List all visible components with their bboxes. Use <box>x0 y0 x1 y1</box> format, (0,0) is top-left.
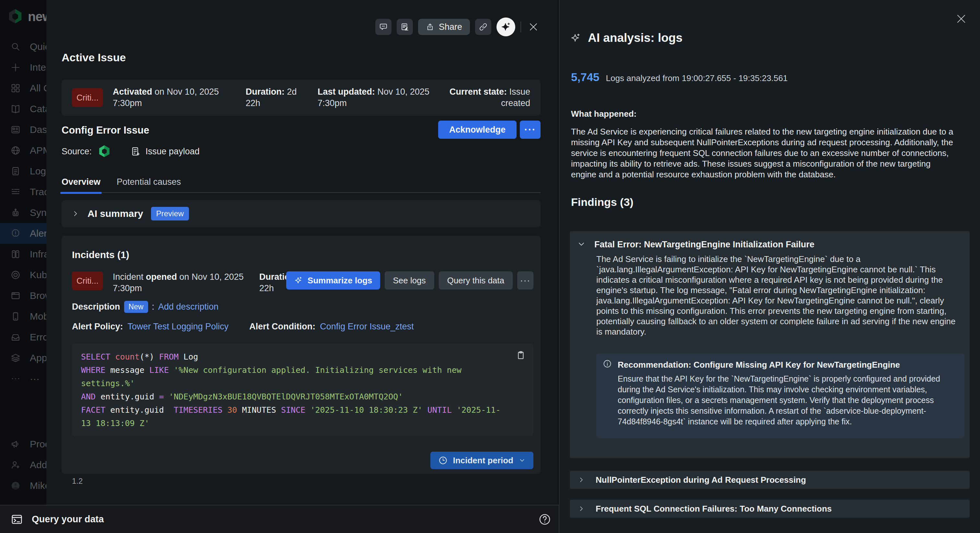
incidents-card: Incidents (1) Criti... Incident opened o… <box>62 236 541 474</box>
issue-more-button[interactable]: ··· <box>520 121 541 139</box>
code-line: WHERE message LIKE '%New configuration a… <box>81 364 524 377</box>
summarize-logs-label: Summarize logs <box>307 276 372 286</box>
query-this-data-button[interactable]: Query this data <box>439 271 513 289</box>
ai-sparkle-icon <box>570 33 581 43</box>
incident-opened-meta: Incident opened on Nov 10, 2025 7:30pm <box>113 271 255 294</box>
finding-title: Frequent SQL Connection Failures: Too Ma… <box>596 504 832 514</box>
clipboard-icon <box>516 350 526 360</box>
activated-meta: Activated on Nov 10, 2025 7:30pm <box>113 86 220 109</box>
acknowledge-button[interactable]: Acknowledge <box>438 121 517 139</box>
summarize-logs-button[interactable]: Summarize logs <box>286 271 380 289</box>
share-icon <box>426 23 434 31</box>
code-line: 13 18:13:09 Z' <box>81 417 524 430</box>
incidents-heading: Incidents (1) <box>72 249 129 260</box>
alert-policy-label: Alert Policy: <box>72 322 123 332</box>
help-icon[interactable] <box>538 513 551 526</box>
findings-heading: Findings (3) <box>571 196 633 209</box>
nrql-query-block: SELECT count(*) FROM LogWHERE message LI… <box>72 344 533 436</box>
payload-document-icon <box>130 146 141 156</box>
severity-badge: Criti... <box>72 88 103 107</box>
issue-payload-button[interactable]: Issue payload <box>130 146 200 156</box>
finding-collapsed[interactable]: NullPointerException during Ad Request P… <box>570 471 970 489</box>
incident-meta-row: Criti... Incident opened on Nov 10, 2025… <box>72 271 314 294</box>
recommendation-box: Recommendation: Configure Missing API Ke… <box>596 353 964 438</box>
incident-period-button[interactable]: Incident period <box>430 452 533 469</box>
what-happened-text: The Ad Service is experiencing critical … <box>571 126 955 180</box>
modal-close-button[interactable] <box>526 20 541 34</box>
finding-title: Fatal Error: NewTargetingEngine Initiali… <box>594 239 815 250</box>
description-row: Description New : Add description <box>72 301 218 313</box>
see-logs-button[interactable]: See logs <box>385 271 434 289</box>
nrql-query-code: SELECT count(*) FROM LogWHERE message LI… <box>81 350 524 430</box>
chevron-right-icon[interactable] <box>578 476 585 484</box>
finding-body: The Ad Service is failing to initialize … <box>596 254 961 337</box>
severity-badge: Criti... <box>72 271 103 290</box>
source-new-relic-icon <box>98 145 110 158</box>
chevron-down-icon <box>519 457 526 464</box>
recommendation-title: Recommendation: Configure Missing API Ke… <box>618 360 900 370</box>
ai-summary-title: AI summary <box>88 208 143 219</box>
source-row: Source: Issue payload <box>62 145 200 158</box>
clock-icon <box>438 455 448 465</box>
modal-toolbar: Share <box>375 18 541 36</box>
recommendation-body: Ensure that the API Key for the `NewTarg… <box>618 373 951 427</box>
current-state-meta: Current state: Issue created <box>446 86 530 109</box>
code-line: FACET entity.guid TIMESERIES 30 MINUTES … <box>81 403 524 417</box>
info-icon <box>603 359 612 368</box>
chevron-down-icon[interactable] <box>577 239 586 249</box>
link-icon <box>479 22 488 32</box>
note-edit-icon <box>400 22 409 32</box>
incident-more-button[interactable]: ··· <box>517 271 533 289</box>
ai-analysis-panel: AI analysis: logs 5,745 Logs analyzed fr… <box>559 0 980 533</box>
ai-sparkle-icon <box>501 22 511 32</box>
description-label: Description <box>72 302 120 312</box>
issue-actions: Acknowledge ··· <box>438 121 541 139</box>
panel-header: AI analysis: logs <box>570 31 682 45</box>
issue-summary-card: Criti... Activated on Nov 10, 2025 7:30p… <box>62 80 541 116</box>
copy-link-button[interactable] <box>475 19 491 35</box>
logs-count: 5,745 <box>571 71 600 84</box>
panel-title: AI analysis: logs <box>588 31 682 45</box>
code-line: settings.%' <box>81 377 524 390</box>
last-updated-meta: Last updated: Nov 10, 2025 7:30pm <box>318 86 438 109</box>
issue-title: Config Error Issue <box>62 124 149 136</box>
copy-query-button[interactable] <box>516 350 526 360</box>
finding-expanded: Fatal Error: NewTargetingEngine Initiali… <box>570 231 970 458</box>
share-button[interactable]: Share <box>418 19 470 35</box>
comment-button[interactable] <box>375 19 391 35</box>
logs-analyzed-range: Logs analyzed from 19:00:27.655 - 19:35:… <box>606 73 788 83</box>
code-line: AND entity.guid = 'NDEyMDgzN3xBUE18QVBQT… <box>81 390 524 403</box>
preview-badge: Preview <box>151 207 189 220</box>
ai-summary-card[interactable]: AI summary Preview <box>62 200 541 227</box>
alert-meta-row: Alert Policy: Tower Test Logging Policy … <box>72 322 414 332</box>
comment-icon <box>379 22 388 32</box>
query-your-data-label: Query your data <box>32 514 104 525</box>
finding-title: NullPointerException during Ad Request P… <box>596 475 806 485</box>
share-label: Share <box>439 22 462 32</box>
chevron-right-icon[interactable] <box>578 505 585 512</box>
close-icon <box>955 13 967 25</box>
toolbar-divider <box>520 21 521 32</box>
panel-close-button[interactable] <box>954 12 968 26</box>
version-label: 1.2 <box>72 477 83 486</box>
alert-policy-link[interactable]: Tower Test Logging Policy <box>128 322 229 332</box>
issue-payload-label: Issue payload <box>145 147 200 156</box>
terminal-icon <box>10 513 23 526</box>
incident-period-label: Incident period <box>453 455 513 466</box>
alert-condition-link[interactable]: Config Error Issue_ztest <box>320 322 414 332</box>
finding-collapsed[interactable]: Frequent SQL Connection Failures: Too Ma… <box>570 499 970 518</box>
tab-bar: Overview Potential causes <box>62 177 541 193</box>
chevron-right-icon[interactable] <box>71 209 80 218</box>
notes-button[interactable] <box>397 19 413 35</box>
tab-overview[interactable]: Overview <box>62 177 100 187</box>
page-title: Active Issue <box>62 51 126 64</box>
add-description-link[interactable]: Add description <box>158 302 218 312</box>
tab-potential-causes[interactable]: Potential causes <box>117 177 181 187</box>
colon: : <box>152 302 154 312</box>
duration-meta: Duration: 2d 22h <box>246 86 298 109</box>
incident-actions: Summarize logs See logs Query this data … <box>286 271 533 289</box>
alert-condition-label: Alert Condition: <box>249 322 315 332</box>
ai-assistant-button[interactable] <box>496 18 515 36</box>
query-your-data-bar[interactable]: Query your data <box>0 505 562 533</box>
logs-analyzed-row: 5,745 Logs analyzed from 19:00:27.655 - … <box>571 71 788 84</box>
